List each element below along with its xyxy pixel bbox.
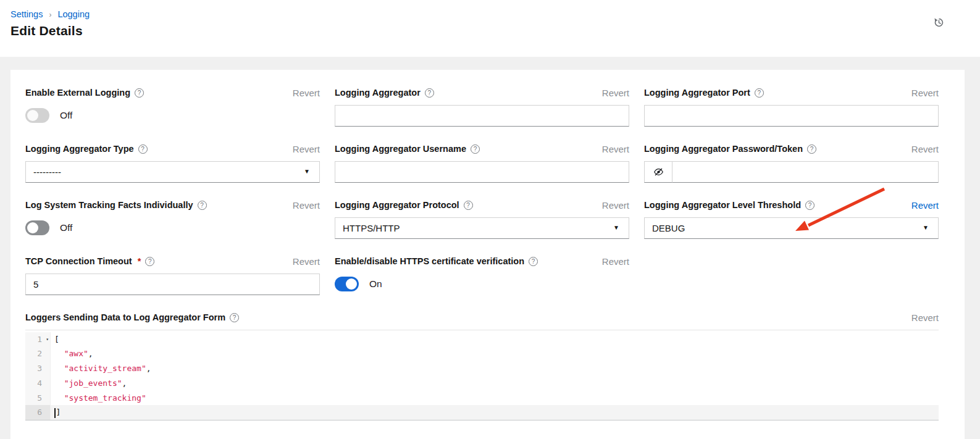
revert-button[interactable]: Revert (911, 200, 939, 211)
logging-aggregator-level-threshold-select[interactable]: DEBUG ▼ (644, 217, 939, 239)
revert-button[interactable]: Revert (293, 88, 320, 98)
field-label: Logging Aggregator ? (335, 88, 434, 98)
code-line-text: "system_tracking" (51, 391, 939, 406)
help-icon[interactable]: ? (425, 88, 434, 98)
text-cursor (54, 408, 56, 418)
field-label: Logging Aggregator Type ? (25, 144, 148, 154)
code-line-text: "job_events", (51, 376, 939, 391)
field-label: Loggers Sending Data to Log Aggregator F… (25, 312, 239, 322)
revert-button[interactable]: Revert (293, 144, 320, 154)
revert-button[interactable]: Revert (293, 200, 320, 211)
field-label: Logging Aggregator Protocol ? (335, 200, 473, 210)
code-line: 4 "job_events", (25, 376, 939, 391)
logging-aggregator-password-input[interactable] (672, 161, 939, 183)
chevron-down-icon: ▼ (304, 169, 310, 175)
help-icon[interactable]: ? (529, 257, 538, 266)
select-value: --------- (33, 167, 61, 177)
field-label-text: Logging Aggregator Username (335, 144, 466, 154)
revert-button[interactable]: Revert (602, 256, 629, 267)
select-value: DEBUG (652, 223, 685, 233)
field-label-text: Loggers Sending Data to Log Aggregator F… (25, 312, 225, 322)
logging-aggregator-input[interactable] (335, 105, 629, 127)
help-icon[interactable]: ? (145, 257, 154, 266)
field-logging-aggregator-port: Logging Aggregator Port ? Revert (644, 86, 939, 127)
help-icon[interactable]: ? (471, 144, 480, 154)
code-line: 2 "awx", (25, 346, 939, 361)
revert-button[interactable]: Revert (602, 200, 629, 211)
field-logging-aggregator-protocol: Logging Aggregator Protocol ? Revert HTT… (335, 199, 629, 239)
logging-aggregator-protocol-select[interactable]: HTTPS/HTTP ▼ (335, 217, 629, 239)
logging-aggregator-port-input[interactable] (644, 105, 939, 127)
help-icon[interactable]: ? (198, 201, 207, 210)
field-label-text: Logging Aggregator Level Threshold (644, 200, 801, 210)
breadcrumb-separator-icon: › (49, 10, 51, 19)
code-line: 3 "activity_stream", (25, 361, 939, 376)
line-number: 2 (25, 346, 51, 361)
history-icon[interactable] (934, 17, 944, 28)
field-log-system-tracking-facts: Log System Tracking Facts Individually ?… (25, 199, 320, 239)
chevron-down-icon: ▼ (923, 225, 929, 231)
toggle-knob (27, 222, 38, 233)
field-logging-aggregator-level-threshold: Logging Aggregator Level Threshold ? Rev… (644, 199, 939, 239)
revert-button[interactable]: Revert (293, 256, 320, 267)
revert-button[interactable]: Revert (602, 144, 629, 154)
revert-button[interactable]: Revert (602, 88, 629, 98)
toggle-state-label: Off (60, 222, 72, 233)
enable-external-logging-toggle[interactable] (25, 108, 49, 123)
breadcrumb-settings-link[interactable]: Settings (10, 9, 43, 19)
field-label-text: Log System Tracking Facts Individually (25, 200, 193, 210)
loggers-code-editor[interactable]: 1▾[2 "awx",3 "activity_stream",4 "job_ev… (25, 330, 939, 420)
eye-slash-icon[interactable] (644, 161, 672, 183)
revert-button[interactable]: Revert (911, 88, 939, 98)
code-line: 5 "system_tracking" (25, 391, 939, 406)
tcp-connection-timeout-input[interactable] (25, 274, 320, 295)
field-label: TCP Connection Timeout * ? (25, 256, 154, 266)
help-icon[interactable]: ? (138, 144, 148, 154)
line-number: 1▾ (25, 332, 51, 347)
logging-aggregator-type-select[interactable]: --------- ▼ (25, 161, 320, 183)
code-line-text: "awx", (51, 346, 939, 361)
code-line-text: [ (51, 332, 939, 347)
required-indicator: * (138, 256, 141, 266)
line-number: 6 (25, 405, 51, 420)
code-editor-lines: 1▾[2 "awx",3 "activity_stream",4 "job_ev… (25, 332, 939, 420)
code-line-text: ] (51, 405, 939, 420)
main-content: Enable External Logging ? Revert Off (0, 57, 980, 439)
line-number: 4 (25, 376, 51, 391)
line-number: 3 (25, 361, 51, 376)
help-icon[interactable]: ? (805, 201, 815, 210)
field-label-text: Logging Aggregator Type (25, 144, 134, 154)
revert-button[interactable]: Revert (911, 312, 939, 323)
field-logging-aggregator-type: Logging Aggregator Type ? Revert -------… (25, 143, 320, 183)
field-label: Log System Tracking Facts Individually ? (25, 200, 207, 210)
settings-logging-edit-page: Settings › Logging Edit Details Enable E… (0, 0, 980, 439)
field-label-text: Logging Aggregator Protocol (335, 200, 459, 210)
field-https-cert-verification: Enable/disable HTTPS certificate verific… (335, 255, 629, 295)
breadcrumb-logging-link[interactable]: Logging (57, 9, 90, 19)
field-logging-aggregator: Logging Aggregator ? Revert (335, 86, 629, 127)
log-system-tracking-toggle[interactable] (25, 220, 49, 235)
field-label-text: Enable External Logging (25, 88, 130, 98)
help-icon[interactable]: ? (135, 88, 144, 98)
code-line: 6] (25, 405, 939, 420)
logging-aggregator-username-input[interactable] (335, 161, 629, 183)
breadcrumb: Settings › Logging (10, 9, 965, 19)
chevron-down-icon: ▼ (613, 225, 619, 231)
help-icon[interactable]: ? (464, 201, 473, 210)
page-header: Settings › Logging Edit Details (0, 0, 980, 57)
code-line: 1▾[ (25, 332, 939, 347)
field-tcp-connection-timeout: TCP Connection Timeout * ? Revert (25, 255, 320, 295)
revert-button[interactable]: Revert (911, 144, 939, 154)
fold-caret-icon[interactable]: ▾ (46, 332, 49, 347)
https-cert-verification-toggle[interactable] (335, 277, 359, 291)
field-label-text: TCP Connection Timeout (25, 256, 132, 266)
help-icon[interactable]: ? (807, 144, 816, 154)
help-icon[interactable]: ? (230, 313, 239, 322)
field-label-text: Logging Aggregator Password/Token (644, 144, 803, 154)
field-label: Logging Aggregator Username ? (335, 144, 480, 154)
field-label: Enable External Logging ? (25, 88, 144, 98)
toggle-state-label: Off (60, 110, 72, 121)
settings-form: Enable External Logging ? Revert Off (25, 86, 939, 420)
help-icon[interactable]: ? (755, 88, 764, 98)
field-label-text: Enable/disable HTTPS certificate verific… (335, 256, 524, 266)
